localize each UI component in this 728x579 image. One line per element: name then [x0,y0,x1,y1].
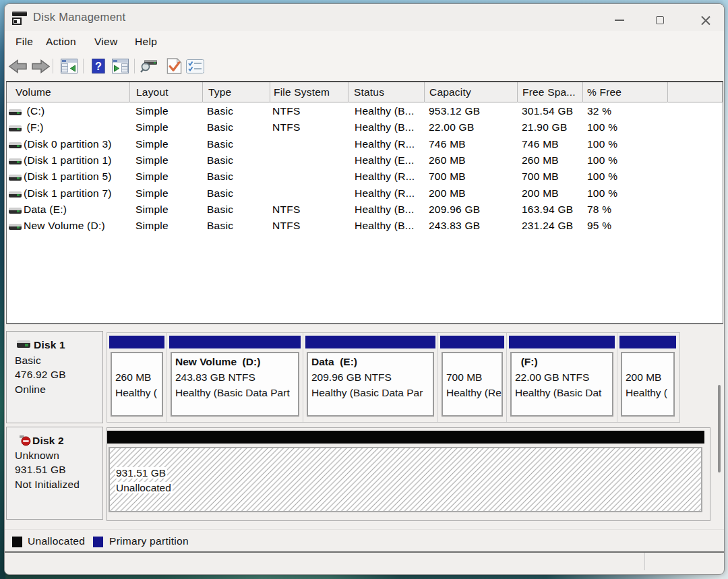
svg-text:?: ? [95,60,102,72]
